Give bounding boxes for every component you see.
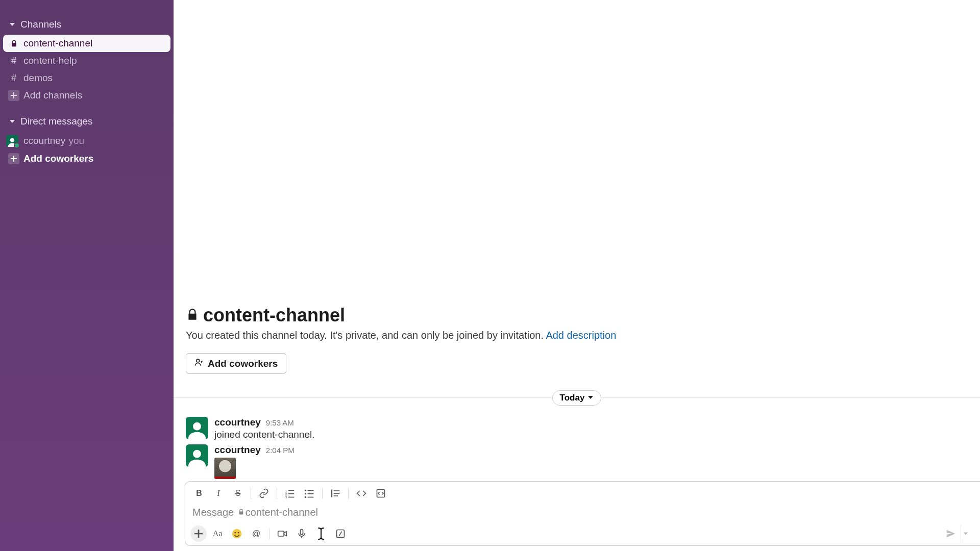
mention-button[interactable]: @ [248,525,265,542]
add-description-link[interactable]: Add description [546,330,616,341]
audio-button[interactable] [293,525,310,542]
channels-section-header[interactable]: Channels [0,14,174,35]
composer-area: B I S 123 [174,481,980,551]
lock-icon [238,508,244,517]
composer-actions: Aa @ [185,522,980,545]
message-input[interactable]: Message content-channel [185,506,980,522]
channel-label: content-channel [23,38,92,49]
add-coworkers-label: Add coworkers [23,153,93,164]
lock-icon [186,305,199,326]
avatar[interactable] [186,444,208,467]
toolbar-separator [251,488,251,499]
presence-active-icon [14,142,20,148]
svg-point-12 [305,493,306,494]
svg-rect-19 [334,495,338,496]
svg-point-22 [234,532,236,534]
link-button[interactable] [255,485,273,502]
message-time: 2:04 PM [266,446,295,455]
message-row: ccourtney 2:04 PM [174,442,980,481]
svg-rect-11 [308,490,314,491]
svg-text:3: 3 [285,496,287,498]
add-channels-label: Add channels [23,90,82,101]
dm-self[interactable]: ccourtney you [0,132,174,150]
chevron-down-icon [587,393,594,403]
text-cursor-icon [312,525,330,542]
svg-rect-13 [308,493,314,494]
video-button[interactable] [274,525,291,542]
svg-point-1 [197,359,200,362]
message-author[interactable]: ccourtney [214,417,261,428]
date-label: Today [560,393,585,403]
dm-section-header[interactable]: Direct messages [0,111,174,132]
avatar [6,135,18,147]
svg-rect-17 [334,490,340,491]
lock-icon [8,40,19,47]
svg-rect-24 [278,531,284,536]
message-composer: B I S 123 [185,481,980,546]
italic-button[interactable]: I [210,485,227,502]
format-toggle-button[interactable]: Aa [209,525,226,542]
add-coworkers-sidebar[interactable]: Add coworkers [0,150,174,167]
svg-point-21 [232,529,241,538]
ordered-list-button[interactable]: 123 [281,485,299,502]
message-author[interactable]: ccourtney [214,444,261,456]
code-block-button[interactable] [372,485,389,502]
caret-down-icon [8,117,16,126]
svg-rect-5 [288,490,295,491]
message-text: joined content-channel. [214,429,968,440]
svg-point-0 [10,138,14,142]
toolbar-separator [322,488,323,499]
channel-content-help[interactable]: # content-help [0,52,174,69]
plus-icon [8,90,19,101]
channel-title-text: content-channel [203,305,345,326]
channels-label: Channels [20,19,61,30]
svg-rect-25 [301,530,303,535]
toolbar-separator [269,528,270,539]
bullet-list-button[interactable] [301,485,318,502]
dm-label: Direct messages [20,116,93,127]
attach-button[interactable] [190,525,207,542]
send-button[interactable] [942,525,960,542]
add-channels-button[interactable]: Add channels [0,87,174,104]
svg-point-2 [193,422,201,431]
plus-icon [8,153,19,164]
svg-rect-15 [308,497,314,498]
emoji-button[interactable] [228,525,246,542]
shortcuts-button[interactable] [332,525,349,542]
channel-content-channel[interactable]: content-channel [3,35,170,52]
dm-you-label: you [68,135,84,146]
blockquote-button[interactable] [327,485,344,502]
add-coworkers-button[interactable]: Add coworkers [186,353,286,374]
channel-demos[interactable]: # demos [0,69,174,87]
svg-point-23 [238,532,239,534]
placeholder-channel: content-channel [246,507,318,518]
bold-button[interactable]: B [190,485,208,502]
svg-rect-18 [334,493,340,494]
hash-icon: # [8,72,19,84]
channel-label: demos [23,72,53,84]
main-pane: content-channel You created this channel… [174,0,980,551]
channel-hero: content-channel You created this channel… [174,305,980,383]
placeholder-prefix: Message [192,507,237,518]
svg-rect-7 [288,493,295,494]
code-button[interactable] [353,485,370,502]
svg-point-3 [193,450,201,458]
add-coworkers-btn-label: Add coworkers [208,358,278,369]
format-toolbar: B I S 123 [185,482,980,506]
add-person-icon [194,358,204,369]
date-pill[interactable]: Today [552,390,602,406]
message-row: ccourtney 9:53 AM joined content-channel… [174,415,980,442]
strikethrough-button[interactable]: S [229,485,247,502]
channel-description: You created this channel today. It's pri… [186,328,968,343]
svg-point-10 [305,490,306,491]
channel-title: content-channel [186,305,968,326]
message-time: 9:53 AM [266,418,294,427]
svg-rect-16 [331,490,333,497]
toolbar-separator [348,488,349,499]
send-options-button[interactable] [961,525,970,542]
date-divider: Today [174,397,980,415]
message-image-attachment[interactable] [214,458,236,479]
channel-label: content-help [23,55,77,66]
avatar[interactable] [186,417,208,439]
svg-point-14 [305,496,306,498]
